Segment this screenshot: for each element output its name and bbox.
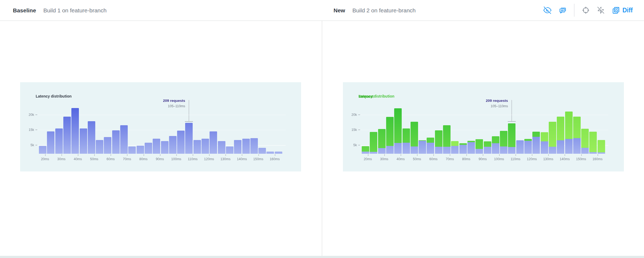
- diff-bar-changed: [524, 139, 532, 154]
- x-axis-tick: [581, 154, 582, 156]
- diff-bar-unchanged-region: [370, 152, 377, 154]
- x-tick-label: 50ms: [86, 157, 103, 161]
- diff-bar-changed: [581, 129, 589, 154]
- diff-bar-unchanged-region: [524, 141, 532, 154]
- y-axis-tick: [358, 130, 360, 130]
- x-tick-label: 140ms: [556, 157, 573, 161]
- y-tick-label: 20k: [21, 112, 34, 117]
- chart-title: Latency distribution: [36, 94, 72, 98]
- x-tick-label: 20ms: [359, 157, 376, 161]
- x-tick-label: 80ms: [458, 157, 475, 161]
- hide-button[interactable]: [543, 6, 551, 14]
- histogram-bar: [128, 146, 136, 154]
- baseline-label: Baseline: [13, 7, 36, 14]
- histogram-bar: [120, 125, 128, 154]
- diff-bar-changed: [402, 128, 410, 154]
- y-axis-tick: [35, 130, 37, 130]
- y-tick-label: 15k: [21, 127, 34, 132]
- y-axis-tick: [358, 114, 360, 115]
- diff-bar-changed: [484, 141, 491, 154]
- diff-bar-unchanged-region: [484, 147, 491, 154]
- annotation: 209 requests 105–110ms: [486, 98, 508, 108]
- diff-label: Diff: [623, 7, 633, 13]
- x-axis-tick: [258, 154, 259, 156]
- x-tick-label: 30ms: [376, 157, 393, 161]
- histogram-bar: [55, 128, 63, 154]
- x-tick-label: 110ms: [184, 157, 201, 161]
- diff-bar-changed: [394, 108, 402, 154]
- diff-bar-unchanged-region: [402, 143, 410, 154]
- histogram-bar: [153, 139, 160, 154]
- histogram-bar: [193, 140, 201, 154]
- histogram-bar: [71, 108, 79, 154]
- diff-bar-unchanged-region: [565, 139, 573, 154]
- diff-bar-unchanged-region: [549, 147, 556, 154]
- lightning-button[interactable]: [597, 6, 605, 14]
- x-tick-label: 130ms: [217, 157, 234, 161]
- histogram-bar: [210, 131, 217, 154]
- histogram-bar: [275, 152, 282, 154]
- diff-bar-unchanged-region: [451, 146, 459, 154]
- diff-bar-changed: [378, 129, 386, 154]
- diff-overlay-icon: [612, 6, 620, 15]
- x-axis-tick: [401, 154, 401, 156]
- histogram-bar: [96, 140, 103, 154]
- diff-bar-changed: [475, 139, 483, 154]
- x-axis-tick: [193, 154, 193, 156]
- x-tick-label: 110ms: [507, 157, 524, 161]
- new-header-group: New Build 2 on feature-branch: [334, 7, 416, 14]
- histogram-bar: [226, 146, 233, 154]
- histogram-bar: [112, 130, 120, 154]
- x-tick-label: 90ms: [151, 157, 169, 161]
- histogram-bar: [169, 136, 177, 154]
- x-axis-tick: [160, 154, 160, 156]
- histogram-bar: [104, 137, 111, 154]
- x-axis-tick: [111, 154, 111, 156]
- diff-bar-changed: [467, 141, 475, 154]
- crosshair-button[interactable]: [582, 6, 590, 14]
- x-tick-label: 130ms: [540, 157, 557, 161]
- diff-bar-unchanged-region: [443, 147, 451, 154]
- x-tick-label: 80ms: [135, 157, 152, 161]
- histogram-bar: [185, 123, 193, 154]
- histogram-bar: [242, 139, 250, 154]
- y-axis-tick: [35, 114, 37, 115]
- x-axis-tick: [144, 154, 144, 156]
- diff-bar-changed: [370, 132, 377, 154]
- y-tick-label: 5k: [21, 143, 34, 148]
- x-tick-label: 120ms: [200, 157, 218, 161]
- comments-button[interactable]: [559, 6, 567, 14]
- x-axis-tick: [450, 154, 450, 156]
- diff-bar-changed: [598, 140, 605, 154]
- x-tick-label: 20ms: [36, 157, 54, 161]
- x-axis-tick: [548, 154, 549, 156]
- x-axis-tick: [466, 154, 467, 156]
- x-tick-label: 120ms: [523, 157, 540, 161]
- x-tick-label: 40ms: [69, 157, 86, 161]
- new-label: New: [334, 7, 345, 14]
- histogram-bar: [39, 146, 46, 154]
- x-axis-tick: [368, 154, 368, 156]
- y-axis-tick: [358, 145, 360, 145]
- histogram-bar: [202, 139, 209, 154]
- diff-bar-unchanged-region: [378, 148, 386, 154]
- diff-bar-unchanged-region: [362, 152, 369, 154]
- histogram-bar: [80, 128, 87, 154]
- diff-bar-changed: [451, 141, 459, 154]
- histogram-bar: [47, 131, 54, 154]
- x-tick-label: 160ms: [266, 157, 283, 161]
- diff-bar-changed: [549, 122, 556, 154]
- baseline-chart-card: Latency distribution 209 requests 105–11…: [20, 82, 301, 171]
- diff-bar-unchanged: [516, 140, 524, 154]
- pane-divider: [322, 21, 322, 256]
- y-axis-tick: [35, 145, 37, 145]
- x-tick-label: 150ms: [573, 157, 590, 161]
- baseline-header-group: Baseline Build 1 on feature-branch: [13, 7, 107, 14]
- diff-bar-unchanged-region: [508, 147, 515, 154]
- diff-bar-unchanged-region: [589, 152, 597, 154]
- annotation-range: 105–110ms: [486, 104, 508, 108]
- diff-bar-changed: [435, 130, 442, 154]
- diff-toggle-button[interactable]: Diff: [612, 6, 633, 15]
- baseline-build-label: Build 1 on feature-branch: [43, 7, 107, 14]
- diff-bar-changed: [419, 140, 426, 154]
